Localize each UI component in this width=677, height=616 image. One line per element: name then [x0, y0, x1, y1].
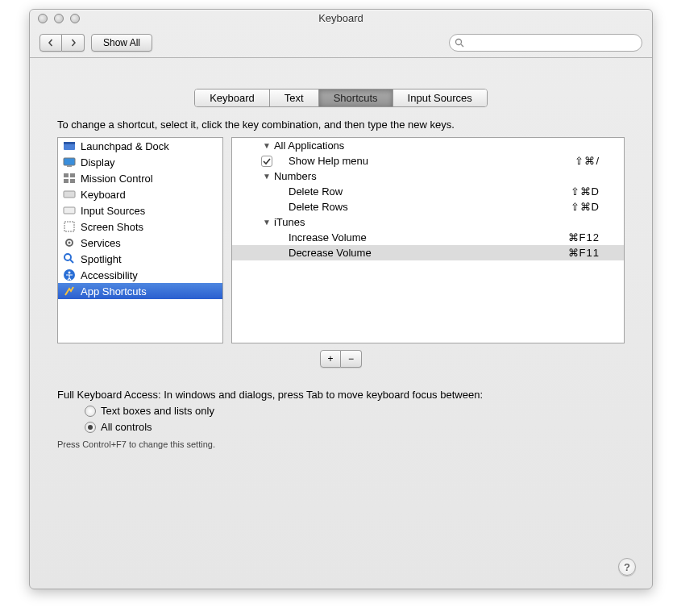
svg-rect-5 — [67, 165, 72, 167]
svg-rect-12 — [64, 222, 74, 231]
traffic-lights — [38, 14, 80, 23]
group-itunes[interactable]: ▼iTunes — [232, 214, 624, 230]
search-icon — [455, 38, 464, 48]
add-remove-buttons: + − — [41, 350, 641, 368]
shortcut-show-help-menu[interactable]: Show Help menu⇧⌘/ — [232, 153, 624, 169]
svg-rect-7 — [70, 173, 75, 177]
svg-line-16 — [70, 260, 73, 263]
fka-option-all-controls[interactable]: All controls — [85, 421, 625, 433]
keyboard-icon — [63, 188, 76, 201]
full-keyboard-access: Full Keyboard Access: In windows and dia… — [57, 389, 625, 433]
category-screen-shots[interactable]: Screen Shots — [58, 219, 222, 235]
tab-bar: Keyboard Text Shortcuts Input Sources — [41, 89, 641, 107]
svg-rect-10 — [64, 191, 75, 198]
content-area: Keyboard Text Shortcuts Input Sources To… — [30, 58, 652, 589]
category-launchpad[interactable]: Launchpad & Dock — [58, 138, 222, 154]
category-app-shortcuts[interactable]: App Shortcuts — [58, 283, 222, 299]
svg-point-0 — [456, 39, 462, 44]
toolbar: Show All — [30, 27, 652, 58]
tab-input-sources[interactable]: Input Sources — [393, 89, 487, 106]
display-icon — [63, 156, 76, 169]
category-list[interactable]: Launchpad & Dock Display Mission Control… — [57, 137, 223, 343]
tab-shortcuts[interactable]: Shortcuts — [319, 89, 393, 106]
nav-buttons — [39, 34, 85, 52]
back-button[interactable] — [39, 34, 62, 52]
search-input[interactable] — [464, 37, 637, 48]
help-button[interactable]: ? — [618, 558, 636, 576]
svg-rect-3 — [64, 142, 75, 144]
group-numbers[interactable]: ▼Numbers — [232, 169, 624, 184]
category-spotlight[interactable]: Spotlight — [58, 251, 222, 267]
fka-option-text-boxes[interactable]: Text boxes and lists only — [85, 405, 625, 417]
checkmark-icon — [263, 157, 271, 165]
close-icon[interactable] — [38, 14, 48, 23]
mission-control-icon — [63, 172, 76, 185]
category-mission-control[interactable]: Mission Control — [58, 170, 222, 186]
input-sources-icon — [63, 204, 76, 217]
screenshot-icon — [63, 220, 76, 233]
forward-button[interactable] — [62, 34, 85, 52]
instructions-text: To change a shortcut, select it, click t… — [57, 119, 625, 131]
svg-line-1 — [461, 44, 463, 47]
tab-text[interactable]: Text — [270, 89, 319, 106]
svg-rect-9 — [70, 179, 75, 183]
app-shortcuts-icon — [63, 285, 76, 298]
checkbox[interactable] — [261, 156, 272, 167]
disclosure-down-icon: ▼ — [263, 172, 271, 181]
fka-hint: Press Control+F7 to change this setting. — [57, 439, 641, 449]
chevron-right-icon — [69, 39, 77, 47]
shortcut-increase-volume[interactable]: Increase Volume⌘F12 — [232, 230, 624, 245]
titlebar: Keyboard — [30, 10, 652, 27]
category-display[interactable]: Display — [58, 154, 222, 170]
minimize-icon[interactable] — [54, 14, 64, 23]
remove-button[interactable]: − — [341, 350, 362, 368]
radio-icon[interactable] — [85, 422, 96, 433]
svg-rect-6 — [64, 173, 69, 177]
svg-point-18 — [69, 272, 71, 274]
svg-point-15 — [64, 254, 71, 260]
preferences-window: Keyboard Show All Keyboard Text Shortcut… — [29, 9, 653, 589]
svg-rect-11 — [64, 207, 75, 214]
show-all-button[interactable]: Show All — [91, 34, 152, 52]
svg-rect-4 — [64, 158, 75, 165]
accessibility-icon — [63, 268, 76, 281]
chevron-left-icon — [47, 39, 55, 47]
shortcut-delete-rows[interactable]: Delete Rows⇧⌘D — [232, 199, 624, 214]
svg-rect-8 — [64, 179, 69, 183]
radio-icon[interactable] — [85, 406, 96, 417]
gear-icon — [63, 236, 76, 249]
search-field[interactable] — [449, 34, 642, 52]
add-button[interactable]: + — [320, 350, 341, 368]
zoom-icon[interactable] — [70, 14, 80, 23]
shortcut-decrease-volume[interactable]: Decrease Volume⌘F11 — [232, 245, 624, 260]
category-keyboard[interactable]: Keyboard — [58, 186, 222, 202]
svg-point-14 — [69, 242, 71, 244]
fka-label: Full Keyboard Access: In windows and dia… — [57, 389, 625, 401]
shortcut-list[interactable]: ▼All Applications Show Help menu⇧⌘/ ▼Num… — [231, 137, 625, 343]
launchpad-icon — [63, 139, 76, 152]
category-services[interactable]: Services — [58, 235, 222, 251]
tab-keyboard[interactable]: Keyboard — [195, 89, 270, 106]
spotlight-icon — [63, 252, 76, 265]
window-title: Keyboard — [318, 12, 363, 24]
category-accessibility[interactable]: Accessibility — [58, 267, 222, 283]
disclosure-down-icon: ▼ — [263, 141, 271, 150]
shortcut-delete-row[interactable]: Delete Row⇧⌘D — [232, 184, 624, 199]
disclosure-down-icon: ▼ — [263, 218, 271, 227]
group-all-applications[interactable]: ▼All Applications — [232, 138, 624, 153]
category-input-sources[interactable]: Input Sources — [58, 202, 222, 219]
